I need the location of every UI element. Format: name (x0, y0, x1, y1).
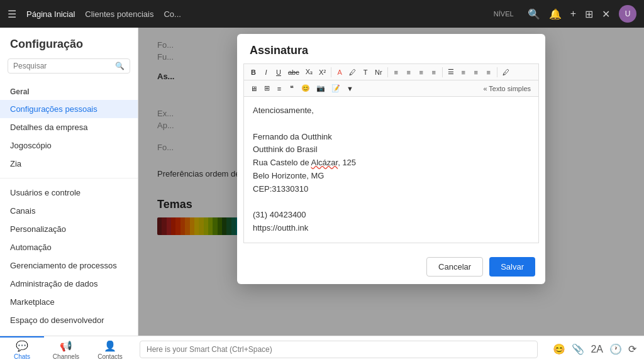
sidebar-section-geral: Geral (0, 84, 138, 100)
sidebar-item-canais[interactable]: Canais (0, 202, 138, 220)
sidebar-item-configuracoes-pessoais[interactable]: Configurações pessoais (0, 100, 138, 118)
toolbar-quote[interactable]: ❝ (286, 83, 297, 94)
save-button[interactable]: Salvar (489, 257, 535, 277)
chat-input[interactable] (140, 341, 538, 358)
toolbar-sep-2 (387, 67, 388, 77)
attach-icon[interactable]: 📎 (572, 343, 584, 355)
sidebar-divider-1 (0, 178, 138, 178)
editor-line-6: Belo Horizonte, MG (253, 170, 530, 183)
refresh-icon[interactable]: ⟳ (628, 343, 636, 355)
notification-icon[interactable]: 🔔 (549, 8, 562, 20)
sidebar-item-espaco-desenvolvedor[interactable]: Espaço do desenvolvedor (0, 311, 138, 329)
editor-line-7: CEP:31330310 (253, 183, 530, 196)
avatar[interactable]: U (619, 5, 636, 23)
contacts-label: Contacts (97, 353, 122, 360)
toolbar-font-size-nr[interactable]: Nr (372, 67, 385, 77)
bottom-bar: 💬 Chats 📢 Channels 👤 Contacts 😊 📎 2A 🕐 ⟳ (0, 336, 644, 362)
modal-title: Assinatura (250, 44, 533, 57)
toolbar-table[interactable]: ⊞ (261, 83, 272, 94)
search-box[interactable]: 🔍 (8, 58, 130, 74)
cancel-button[interactable]: Cancelar (426, 257, 483, 277)
text-size-icon[interactable]: 2A (591, 344, 603, 355)
sidebar-item-jogoscopio[interactable]: Jogoscópio (0, 136, 138, 155)
modal-footer: Cancelar Salvar (237, 250, 545, 284)
editor-line-3: Fernando da Outthink (253, 131, 530, 144)
toolbar-more[interactable]: ▼ (344, 84, 356, 94)
toolbar-attachment[interactable]: 📝 (329, 83, 343, 94)
toolbar-emoji[interactable]: 😊 (299, 83, 313, 94)
toolbar-align-left[interactable]: ≡ (391, 67, 402, 77)
toolbar-subscript[interactable]: X₂ (303, 67, 315, 77)
toolbar-sep-1 (331, 67, 331, 77)
sidebar-item-zia[interactable]: Zia (0, 155, 138, 173)
chats-label: Chats (14, 353, 30, 360)
chats-icon: 💬 (16, 340, 28, 352)
nav-pagina-inicial[interactable]: Página Inicial (26, 9, 75, 19)
toolbar-paint[interactable]: 🖊 (500, 67, 512, 77)
toolbar-align-center[interactable]: ≡ (403, 67, 414, 77)
hamburger-menu[interactable]: ☰ (8, 8, 16, 20)
sidebar-item-personalizacao[interactable]: Personalização (0, 220, 138, 238)
editor-line-10: https://outth.ink (253, 222, 530, 235)
nivel-badge: NÍVEL (494, 10, 514, 18)
modal-overlay: Assinatura B I U abc X₂ X² A 🖊 T (138, 28, 644, 336)
toolbar-strikethrough[interactable]: abc (286, 67, 302, 77)
emoji-icon[interactable]: 😊 (553, 343, 565, 355)
editor-alcazar: Alcázar (311, 158, 338, 167)
content-area: Fo... Fu... As... Ex... Ap... Fo... Pref… (138, 28, 644, 336)
editor-line-4: Outthink do Brasil (253, 143, 530, 156)
nav-clientes-potenciais[interactable]: Clientes potenciais (85, 9, 153, 19)
add-icon[interactable]: + (570, 8, 576, 19)
editor-line-5: Rua Castelo de Alcázar, 125 (253, 156, 530, 170)
search-input[interactable] (13, 62, 115, 70)
toolbar-bold[interactable]: B (248, 67, 259, 77)
toolbar-indent[interactable]: ≡ (470, 67, 482, 77)
toolbar-highlight[interactable]: 🖊 (347, 67, 358, 77)
toolbar-sep-3 (442, 67, 443, 77)
toolbar-font-color[interactable]: A (334, 67, 345, 77)
bottom-tab-channels[interactable]: 📢 Channels (44, 336, 88, 362)
toolbar-italic[interactable]: I (260, 67, 272, 77)
toolbar-outdent[interactable]: ≡ (483, 67, 494, 77)
sidebar-item-marketplace[interactable]: Marketplace (0, 293, 138, 311)
modal-body: B I U abc X₂ X² A 🖊 T Nr ≡ ≡ (237, 63, 545, 250)
toolbar-hr[interactable]: ≡ (274, 84, 285, 94)
close-icon[interactable]: ✕ (602, 8, 610, 20)
main-layout: Configuração 🔍 Geral Configurações pesso… (0, 28, 644, 336)
toolbar-font-size[interactable]: T (360, 67, 371, 77)
toolbar-link[interactable]: 🖥 (248, 84, 260, 94)
search-icon: 🔍 (115, 62, 125, 70)
modal-header: Assinatura (237, 34, 545, 63)
chat-input-container (132, 341, 545, 358)
bottom-tab-chats[interactable]: 💬 Chats (0, 336, 44, 362)
channels-label: Channels (53, 353, 79, 360)
nav-co[interactable]: Co... (164, 9, 180, 19)
toolbar-image[interactable]: 📷 (314, 83, 328, 94)
bottom-right-icons: 😊 📎 2A 🕐 ⟳ (545, 343, 644, 355)
sidebar-item-detalhes-empresa[interactable]: Detalhes da empresa (0, 118, 138, 136)
sidebar-item-usuarios-controle[interactable]: Usuários e controle (0, 184, 138, 202)
toolbar-underline[interactable]: U (273, 67, 284, 77)
toolbar-align-right[interactable]: ≡ (416, 67, 427, 77)
search-icon[interactable]: 🔍 (528, 8, 540, 20)
toolbar-ordered-list[interactable]: ≡ (458, 67, 469, 77)
sidebar-title: Configuração (0, 38, 138, 58)
editor-toolbar-row1: B I U abc X₂ X² A 🖊 T Nr ≡ ≡ (243, 63, 539, 80)
sidebar-item-automacao[interactable]: Automação (0, 238, 138, 256)
toolbar-align-justify[interactable]: ≡ (428, 67, 440, 77)
sidebar-item-gerenciamento-processos[interactable]: Gerenciamento de processos (0, 256, 138, 275)
plain-text-toggle[interactable]: « Texto simples (479, 84, 535, 94)
channels-icon: 📢 (60, 340, 72, 352)
editor-toolbar-row2: 🖥 ⊞ ≡ ❝ 😊 📷 📝 ▼ « Texto simples (243, 80, 539, 96)
toolbar-sep-4 (497, 67, 497, 77)
toolbar-unordered-list[interactable]: ☰ (445, 67, 457, 77)
editor-content[interactable]: Atenciosamente, Fernando da Outthink Out… (243, 96, 539, 243)
clock-icon[interactable]: 🕐 (609, 343, 622, 355)
sidebar-item-administracao-dados[interactable]: Administração de dados (0, 275, 138, 293)
bottom-tab-contacts[interactable]: 👤 Contacts (88, 336, 132, 362)
top-navigation: ☰ Página Inicial Clientes potenciais Co.… (0, 0, 644, 28)
toolbar-superscript[interactable]: X² (316, 67, 328, 77)
signature-modal: Assinatura B I U abc X₂ X² A 🖊 T (237, 34, 545, 284)
grid-icon[interactable]: ⊞ (585, 8, 593, 20)
editor-line-9: (31) 40423400 (253, 209, 530, 222)
